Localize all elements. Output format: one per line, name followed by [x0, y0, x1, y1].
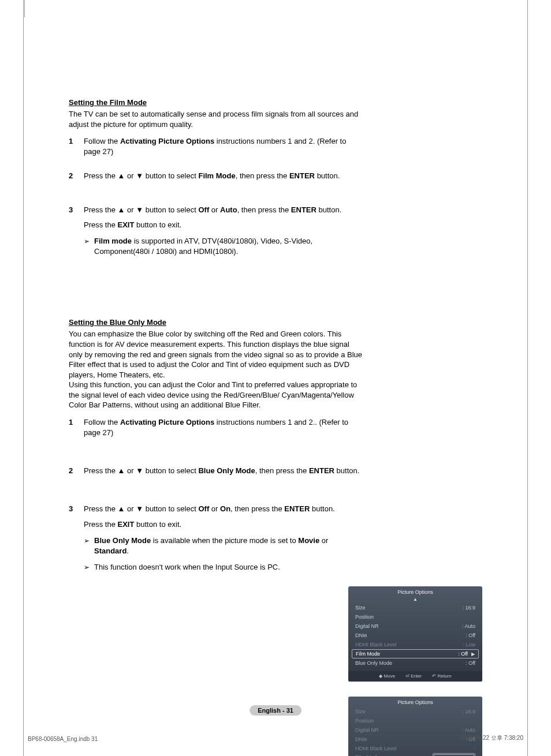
intro-film-mode: The TV can be set to automatically sense…	[69, 109, 363, 129]
osd-title: Picture Options	[348, 697, 482, 707]
osd-row: HDMI Black Level : Low	[352, 640, 479, 649]
osd-row: Film Mode OffAuto	[352, 753, 479, 756]
footer-timestamp: 2008-04-22 오후 7:38:20	[460, 734, 523, 742]
osd-row-label: HDMI Black Level	[355, 642, 407, 648]
osd-footer-return: ↶ Return	[432, 673, 451, 679]
osd-row: HDMI Black Level :	[352, 744, 479, 753]
step-body: Follow the Activating Picture Options in…	[84, 417, 363, 438]
note-arrow-icon: ➢	[84, 237, 90, 257]
osd-row-label: Size	[355, 709, 407, 714]
exit-line: Press the EXIT button to exit.	[84, 220, 363, 230]
osd-row-label: Film Mode	[356, 651, 408, 657]
osd-menu-2: Picture Options Size : 16:9 Position Dig…	[348, 697, 482, 756]
osd-row-label: HDMI Black Level	[355, 746, 407, 751]
page: Setting the Film Mode The TV can be set …	[23, 0, 528, 756]
text-column: Setting the Film Mode The TV can be set …	[69, 98, 363, 586]
step-number: 1	[69, 136, 76, 157]
osd-row: DNIe : Off	[352, 631, 479, 640]
step-body: Press the ▲ or ▼ button to select Blue O…	[84, 466, 363, 476]
osd-menu-1: Picture Options▲ Size : 16:9 Position Di…	[348, 586, 482, 682]
osd-row-value: : 16:9	[462, 605, 475, 611]
osd-row-label: Blue Only Mode	[355, 660, 407, 666]
osd-row-value: : Auto	[462, 623, 475, 629]
step-body: Follow the Activating Picture Options in…	[84, 136, 363, 157]
osd-column: Picture Options▲ Size : 16:9 Position Di…	[348, 586, 482, 756]
osd-row: Position	[352, 612, 479, 622]
steps-blue-only: 1 Follow the Activating Picture Options …	[69, 417, 363, 573]
step-number: 1	[69, 417, 76, 438]
heading-film-mode: Setting the Film Mode	[69, 98, 363, 107]
osd-row-value: : Low	[463, 642, 475, 648]
osd-footer-move: ◆ Move	[379, 673, 395, 679]
intro-blue-only: You can emphasize the Blue color by swit…	[69, 329, 363, 410]
exit-line: Press the EXIT button to exit.	[84, 519, 363, 530]
osd-row-value: : 16:9	[462, 709, 475, 714]
osd-row-label: Position	[355, 718, 407, 724]
osd-footer: ◆ Move ⏎ Enter ↶ Return	[348, 671, 482, 682]
osd-row: Digital NR : Auto	[352, 622, 479, 631]
steps-film-mode: 1 Follow the Activating Picture Options …	[69, 136, 363, 257]
osd-row-label: Size	[355, 605, 407, 611]
step-number: 2	[69, 171, 76, 181]
step-number: 3	[69, 205, 76, 257]
osd-row-label: Film Mode	[355, 753, 407, 756]
osd-row-value: : Off▶	[458, 651, 475, 657]
step-body: Press the ▲ or ▼ button to select Off or…	[84, 205, 363, 257]
page-number-badge: English - 31	[250, 705, 301, 716]
osd-row-label: Digital NR	[355, 623, 407, 629]
osd-title: Picture Options	[348, 586, 482, 597]
osd-row: Size : 16:9	[352, 707, 479, 716]
osd-row: Blue Only Mode : Off	[352, 658, 479, 668]
play-icon: ▶	[471, 652, 475, 657]
osd-row-label: DNIe	[355, 736, 407, 742]
osd-row-value: : Auto	[462, 727, 475, 733]
note-line: ➢ Film mode is supported in ATV, DTV(480…	[84, 236, 363, 257]
footer-filename: BP68-00658A_Eng.indb 31	[28, 736, 98, 742]
note-line: ➢ This function doesn't work when the In…	[84, 562, 363, 572]
heading-blue-only: Setting the Blue Only Mode	[69, 318, 363, 327]
osd-dropdown[interactable]: OffAuto	[433, 753, 475, 756]
osd-row[interactable]: Film Mode : Off▶	[352, 649, 479, 658]
osd-row-value: : Off	[466, 633, 475, 638]
osd-row-label: Position	[355, 614, 407, 620]
step-body: Press the ▲ or ▼ button to select Film M…	[84, 171, 363, 181]
osd-row-value: :	[474, 746, 475, 751]
step-number: 3	[69, 504, 76, 572]
step-body: Press the ▲ or ▼ button to select Off or…	[84, 504, 363, 572]
osd-row-value: : Off	[466, 660, 475, 666]
step-number: 2	[69, 466, 76, 476]
note-line: ➢ Blue Only Mode is available when the p…	[84, 536, 363, 556]
note-arrow-icon: ➢	[84, 536, 90, 557]
osd-row: Digital NR : Auto	[352, 725, 479, 735]
osd-row-label: Digital NR	[355, 727, 407, 733]
osd-row-label: DNIe	[355, 633, 407, 638]
osd-row: Position	[352, 716, 479, 725]
note-arrow-icon: ➢	[84, 563, 90, 573]
osd-footer-enter: ⏎ Enter	[405, 673, 422, 679]
osd-row: Size : 16:9	[352, 603, 479, 612]
up-arrow-icon: ▲	[348, 597, 482, 602]
